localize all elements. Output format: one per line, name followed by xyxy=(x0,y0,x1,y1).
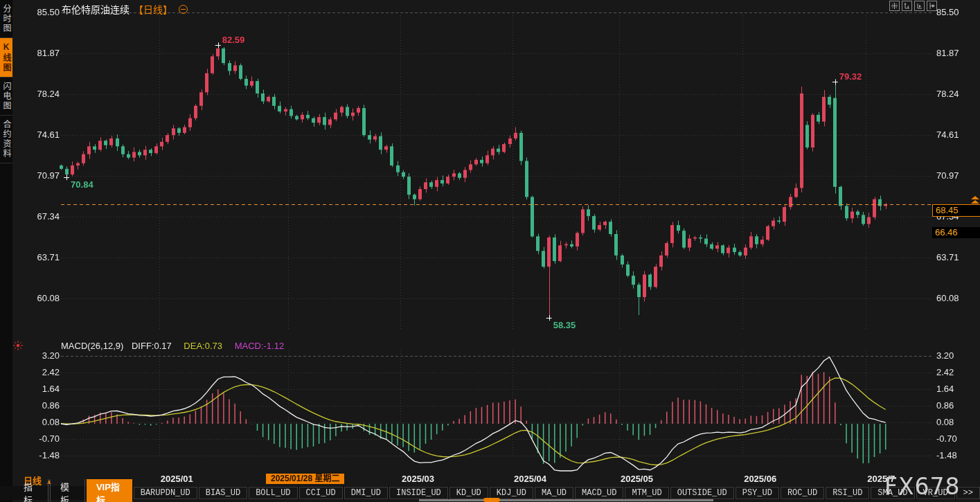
trading-app-window: 分时图 K线图 闪电图 合约资料 布伦特原油连续 【日线】 MACD(26,12… xyxy=(0,0,980,502)
collapse-panel-icon[interactable] xyxy=(179,5,188,14)
indicator-button-outside_ud[interactable]: OUTSIDE_UD xyxy=(670,487,734,499)
indicator-button-macd_ud[interactable]: MACD_UD xyxy=(575,487,623,499)
tab-vip-indicators[interactable]: VIP指标 xyxy=(87,479,132,502)
symbol-name: 布伦特原油连续 xyxy=(62,4,130,15)
tab-indicators[interactable]: 指标 xyxy=(14,479,48,502)
pan-crosshair-icon[interactable] xyxy=(889,1,900,11)
go-latest-icon[interactable] xyxy=(927,1,937,11)
macd-dea-value: DEA:0.73 xyxy=(184,341,222,351)
indicator-button-ma_ud[interactable]: MA_UD xyxy=(535,487,573,499)
current-price-tag: 68.45 xyxy=(932,204,980,217)
chart-toolbar-icons xyxy=(889,1,937,11)
sidebar-tab-contract-info[interactable]: 合约资料 xyxy=(0,116,12,163)
jump-to-latest-button[interactable] xyxy=(971,196,979,204)
chart-canvas[interactable] xyxy=(0,0,980,485)
indicator-button-roc_ud[interactable]: ROC_UD xyxy=(781,487,824,499)
sidebar-tab-kline-chart[interactable]: K线图 xyxy=(0,38,12,78)
indicator-button-list: BARUPDN_UDBIAS_UDBOLL_UDCCI_UDDMI_UDINSI… xyxy=(134,487,955,499)
indicator-button-bias_ud[interactable]: BIAS_UD xyxy=(199,487,247,499)
scale-y-axis-icon[interactable] xyxy=(902,1,912,11)
fx678-watermark: FX678 xyxy=(884,473,961,500)
selected-date-badge: 2025/01/28 星期二 xyxy=(266,474,344,484)
indicator-button-barupdn_ud[interactable]: BARUPDN_UD xyxy=(134,487,197,499)
macd-diff-value: DIFF:0.17 xyxy=(132,341,172,351)
indicator-button-mtm_ud[interactable]: MTM_UD xyxy=(625,487,668,499)
macd-legend: MACD(26,12,9) DIFF:0.17 DEA:0.73 MACD:-1… xyxy=(61,341,284,351)
indicator-button-rsi_ud[interactable]: RSI_UD xyxy=(826,487,869,499)
indicator-button-kd_ud[interactable]: KD_UD xyxy=(449,487,488,499)
indicator-button-boll_ud[interactable]: BOLL_UD xyxy=(249,487,297,499)
macd-params: MACD(26,12,9) xyxy=(61,341,123,351)
indicator-button-dmi_ud[interactable]: DMI_UD xyxy=(344,487,388,499)
macd-hist-value: MACD:-1.12 xyxy=(235,341,285,351)
indicator-alert-icon[interactable] xyxy=(13,341,23,350)
secondary-price-tag: 66.46 xyxy=(932,227,980,238)
indicator-button-psy_ud[interactable]: PSY_UD xyxy=(736,487,779,499)
tab-templates[interactable]: 模板 xyxy=(50,479,85,502)
sidebar-tab-timeline-chart[interactable]: 分时图 xyxy=(0,0,12,38)
chart-title: 布伦特原油连续 【日线】 xyxy=(62,2,188,16)
chart-type-sidebar: 分时图 K线图 闪电图 合约资料 xyxy=(0,0,12,502)
horizontal-scrollbar-track[interactable] xyxy=(419,499,713,501)
indicator-button-cci_ud[interactable]: CCI_UD xyxy=(299,487,343,499)
period-badge: 【日线】 xyxy=(134,4,172,15)
horizontal-scrollbar-thumb[interactable] xyxy=(483,498,500,502)
scale-x-axis-icon[interactable] xyxy=(914,1,925,11)
indicator-button-inside_ud[interactable]: INSIDE_UD xyxy=(389,487,448,499)
sidebar-tab-lightning-chart[interactable]: 闪电图 xyxy=(0,78,12,116)
